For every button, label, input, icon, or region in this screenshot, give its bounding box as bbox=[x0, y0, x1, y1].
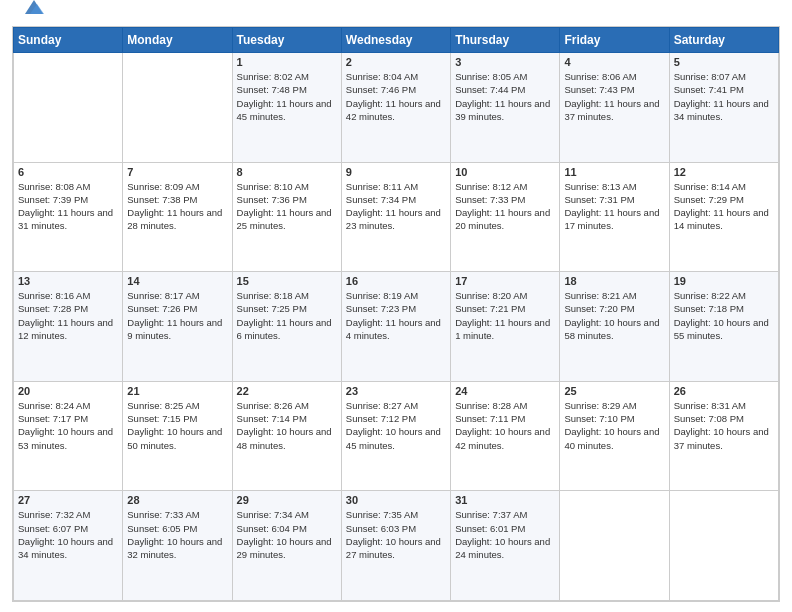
day-info: Sunrise: 7:34 AMSunset: 6:04 PMDaylight:… bbox=[237, 508, 337, 561]
day-info: Sunrise: 8:16 AMSunset: 7:28 PMDaylight:… bbox=[18, 289, 118, 342]
day-number: 16 bbox=[346, 275, 446, 287]
day-cell: 3Sunrise: 8:05 AMSunset: 7:44 PMDaylight… bbox=[451, 53, 560, 163]
day-info: Sunrise: 8:31 AMSunset: 7:08 PMDaylight:… bbox=[674, 399, 774, 452]
header-cell-thursday: Thursday bbox=[451, 28, 560, 53]
day-cell: 20Sunrise: 8:24 AMSunset: 7:17 PMDayligh… bbox=[14, 381, 123, 491]
header-cell-friday: Friday bbox=[560, 28, 669, 53]
day-number: 1 bbox=[237, 56, 337, 68]
week-row-0: 1Sunrise: 8:02 AMSunset: 7:48 PMDaylight… bbox=[14, 53, 779, 163]
day-info: Sunrise: 8:05 AMSunset: 7:44 PMDaylight:… bbox=[455, 70, 555, 123]
day-number: 4 bbox=[564, 56, 664, 68]
day-cell: 19Sunrise: 8:22 AMSunset: 7:18 PMDayligh… bbox=[669, 272, 778, 382]
day-cell bbox=[14, 53, 123, 163]
day-cell: 9Sunrise: 8:11 AMSunset: 7:34 PMDaylight… bbox=[341, 162, 450, 272]
day-cell: 4Sunrise: 8:06 AMSunset: 7:43 PMDaylight… bbox=[560, 53, 669, 163]
day-cell: 17Sunrise: 8:20 AMSunset: 7:21 PMDayligh… bbox=[451, 272, 560, 382]
day-number: 21 bbox=[127, 385, 227, 397]
header-cell-wednesday: Wednesday bbox=[341, 28, 450, 53]
day-cell: 31Sunrise: 7:37 AMSunset: 6:01 PMDayligh… bbox=[451, 491, 560, 601]
day-number: 7 bbox=[127, 166, 227, 178]
day-cell: 29Sunrise: 7:34 AMSunset: 6:04 PMDayligh… bbox=[232, 491, 341, 601]
day-cell bbox=[560, 491, 669, 601]
page: SundayMondayTuesdayWednesdayThursdayFrid… bbox=[0, 0, 792, 612]
day-number: 14 bbox=[127, 275, 227, 287]
day-number: 2 bbox=[346, 56, 446, 68]
day-info: Sunrise: 8:26 AMSunset: 7:14 PMDaylight:… bbox=[237, 399, 337, 452]
day-info: Sunrise: 8:09 AMSunset: 7:38 PMDaylight:… bbox=[127, 180, 227, 233]
day-number: 20 bbox=[18, 385, 118, 397]
day-info: Sunrise: 8:18 AMSunset: 7:25 PMDaylight:… bbox=[237, 289, 337, 342]
day-cell: 15Sunrise: 8:18 AMSunset: 7:25 PMDayligh… bbox=[232, 272, 341, 382]
calendar: SundayMondayTuesdayWednesdayThursdayFrid… bbox=[12, 26, 780, 602]
day-info: Sunrise: 8:27 AMSunset: 7:12 PMDaylight:… bbox=[346, 399, 446, 452]
week-row-3: 20Sunrise: 8:24 AMSunset: 7:17 PMDayligh… bbox=[14, 381, 779, 491]
logo-icon bbox=[23, 0, 45, 18]
day-info: Sunrise: 8:24 AMSunset: 7:17 PMDaylight:… bbox=[18, 399, 118, 452]
day-cell: 26Sunrise: 8:31 AMSunset: 7:08 PMDayligh… bbox=[669, 381, 778, 491]
day-info: Sunrise: 8:08 AMSunset: 7:39 PMDaylight:… bbox=[18, 180, 118, 233]
day-cell: 8Sunrise: 8:10 AMSunset: 7:36 PMDaylight… bbox=[232, 162, 341, 272]
day-info: Sunrise: 7:37 AMSunset: 6:01 PMDaylight:… bbox=[455, 508, 555, 561]
day-info: Sunrise: 8:17 AMSunset: 7:26 PMDaylight:… bbox=[127, 289, 227, 342]
day-cell: 6Sunrise: 8:08 AMSunset: 7:39 PMDaylight… bbox=[14, 162, 123, 272]
header-cell-tuesday: Tuesday bbox=[232, 28, 341, 53]
day-number: 29 bbox=[237, 494, 337, 506]
day-number: 10 bbox=[455, 166, 555, 178]
week-row-2: 13Sunrise: 8:16 AMSunset: 7:28 PMDayligh… bbox=[14, 272, 779, 382]
day-cell bbox=[123, 53, 232, 163]
day-info: Sunrise: 8:25 AMSunset: 7:15 PMDaylight:… bbox=[127, 399, 227, 452]
day-number: 24 bbox=[455, 385, 555, 397]
day-info: Sunrise: 8:13 AMSunset: 7:31 PMDaylight:… bbox=[564, 180, 664, 233]
header-cell-sunday: Sunday bbox=[14, 28, 123, 53]
day-number: 26 bbox=[674, 385, 774, 397]
day-cell: 14Sunrise: 8:17 AMSunset: 7:26 PMDayligh… bbox=[123, 272, 232, 382]
day-cell bbox=[669, 491, 778, 601]
day-cell: 22Sunrise: 8:26 AMSunset: 7:14 PMDayligh… bbox=[232, 381, 341, 491]
day-info: Sunrise: 8:04 AMSunset: 7:46 PMDaylight:… bbox=[346, 70, 446, 123]
day-info: Sunrise: 8:10 AMSunset: 7:36 PMDaylight:… bbox=[237, 180, 337, 233]
day-cell: 1Sunrise: 8:02 AMSunset: 7:48 PMDaylight… bbox=[232, 53, 341, 163]
logo bbox=[20, 14, 45, 18]
day-info: Sunrise: 8:28 AMSunset: 7:11 PMDaylight:… bbox=[455, 399, 555, 452]
day-cell: 25Sunrise: 8:29 AMSunset: 7:10 PMDayligh… bbox=[560, 381, 669, 491]
day-number: 25 bbox=[564, 385, 664, 397]
header-cell-monday: Monday bbox=[123, 28, 232, 53]
day-cell: 2Sunrise: 8:04 AMSunset: 7:46 PMDaylight… bbox=[341, 53, 450, 163]
calendar-header: SundayMondayTuesdayWednesdayThursdayFrid… bbox=[14, 28, 779, 53]
day-number: 5 bbox=[674, 56, 774, 68]
header-row: SundayMondayTuesdayWednesdayThursdayFrid… bbox=[14, 28, 779, 53]
day-number: 11 bbox=[564, 166, 664, 178]
day-cell: 7Sunrise: 8:09 AMSunset: 7:38 PMDaylight… bbox=[123, 162, 232, 272]
day-info: Sunrise: 8:19 AMSunset: 7:23 PMDaylight:… bbox=[346, 289, 446, 342]
day-info: Sunrise: 8:29 AMSunset: 7:10 PMDaylight:… bbox=[564, 399, 664, 452]
day-cell: 24Sunrise: 8:28 AMSunset: 7:11 PMDayligh… bbox=[451, 381, 560, 491]
week-row-1: 6Sunrise: 8:08 AMSunset: 7:39 PMDaylight… bbox=[14, 162, 779, 272]
day-info: Sunrise: 8:11 AMSunset: 7:34 PMDaylight:… bbox=[346, 180, 446, 233]
day-number: 15 bbox=[237, 275, 337, 287]
day-number: 18 bbox=[564, 275, 664, 287]
header bbox=[0, 0, 792, 26]
day-cell: 10Sunrise: 8:12 AMSunset: 7:33 PMDayligh… bbox=[451, 162, 560, 272]
day-cell: 13Sunrise: 8:16 AMSunset: 7:28 PMDayligh… bbox=[14, 272, 123, 382]
day-cell: 28Sunrise: 7:33 AMSunset: 6:05 PMDayligh… bbox=[123, 491, 232, 601]
day-number: 27 bbox=[18, 494, 118, 506]
day-info: Sunrise: 8:02 AMSunset: 7:48 PMDaylight:… bbox=[237, 70, 337, 123]
day-number: 6 bbox=[18, 166, 118, 178]
day-number: 13 bbox=[18, 275, 118, 287]
day-number: 23 bbox=[346, 385, 446, 397]
day-info: Sunrise: 8:12 AMSunset: 7:33 PMDaylight:… bbox=[455, 180, 555, 233]
day-cell: 23Sunrise: 8:27 AMSunset: 7:12 PMDayligh… bbox=[341, 381, 450, 491]
day-cell: 11Sunrise: 8:13 AMSunset: 7:31 PMDayligh… bbox=[560, 162, 669, 272]
day-number: 19 bbox=[674, 275, 774, 287]
day-number: 12 bbox=[674, 166, 774, 178]
day-number: 8 bbox=[237, 166, 337, 178]
day-cell: 18Sunrise: 8:21 AMSunset: 7:20 PMDayligh… bbox=[560, 272, 669, 382]
day-info: Sunrise: 7:33 AMSunset: 6:05 PMDaylight:… bbox=[127, 508, 227, 561]
day-number: 28 bbox=[127, 494, 227, 506]
day-info: Sunrise: 8:22 AMSunset: 7:18 PMDaylight:… bbox=[674, 289, 774, 342]
calendar-table: SundayMondayTuesdayWednesdayThursdayFrid… bbox=[13, 27, 779, 601]
day-cell: 12Sunrise: 8:14 AMSunset: 7:29 PMDayligh… bbox=[669, 162, 778, 272]
day-info: Sunrise: 8:21 AMSunset: 7:20 PMDaylight:… bbox=[564, 289, 664, 342]
day-info: Sunrise: 7:32 AMSunset: 6:07 PMDaylight:… bbox=[18, 508, 118, 561]
day-number: 31 bbox=[455, 494, 555, 506]
